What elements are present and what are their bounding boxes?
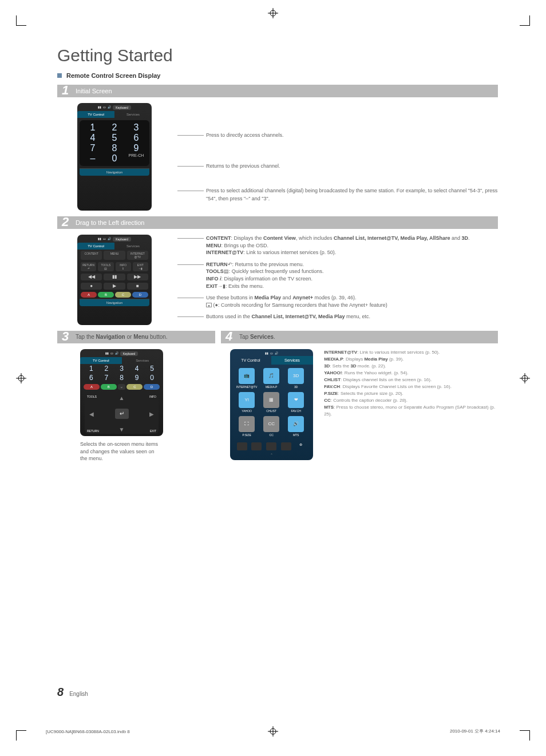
callout-prech: Returns to the previous channel. xyxy=(206,163,498,171)
content-button: CONTENT xyxy=(81,251,102,260)
digit-4: 4 xyxy=(84,133,101,143)
step2-title: Drag to the Left direction xyxy=(73,219,144,226)
bottom-icon xyxy=(251,442,262,450)
digit-1: 1 xyxy=(84,122,101,133)
digit-4: 4 xyxy=(131,365,143,373)
remote-services-screen: ▮▮▭🔊 TV Control Services 📺INTERNET@TV 🎵M… xyxy=(230,349,313,460)
mts-icon: 🔊 xyxy=(288,416,304,432)
color-b-button: B xyxy=(101,384,117,390)
internet-tv-button: INTERNET @TV xyxy=(127,251,148,260)
registration-mark-icon xyxy=(268,726,278,737)
internet-tv-icon: 📺 xyxy=(239,368,255,384)
color-d-button: D xyxy=(144,384,160,390)
footer-metadata-right: 2010-09-01 오후 4:24:14 xyxy=(450,728,500,734)
right-arrow-icon: ▶ xyxy=(149,410,154,417)
digit-9: 9 xyxy=(128,143,145,153)
color-a-button: A xyxy=(81,292,97,298)
registration-mark-icon xyxy=(268,8,278,18)
digit-8: 8 xyxy=(106,143,123,153)
digit-0: 0 xyxy=(106,153,123,164)
tab-services: Services xyxy=(114,243,152,250)
tab-tv-control: TV Control xyxy=(80,357,122,364)
exit-label: EXIT xyxy=(150,429,156,433)
callout-group-top: CONTENT: Displays the Content View, whic… xyxy=(206,235,498,256)
return-icon: ↶ xyxy=(228,262,232,267)
navigation-button: Navigation xyxy=(80,168,149,176)
left-arrow-icon: ◀ xyxy=(89,410,94,417)
tools-button: TOOLS▤ xyxy=(98,262,113,271)
digit-3: 3 xyxy=(116,365,127,373)
ffwd-icon: ▶▶ xyxy=(127,274,148,280)
3d-icon: 3D xyxy=(288,368,304,384)
cc-label: CC xyxy=(260,433,283,437)
step1-header: 1 Initial Screen xyxy=(57,85,498,97)
step3-caption: Selects the on-screen menu items and cha… xyxy=(80,441,160,462)
psize-icon: ⛶ xyxy=(239,416,255,432)
down-arrow-icon: ▼ xyxy=(119,426,125,433)
tab-tv-control: TV Control xyxy=(230,356,272,365)
step3-title: Tap the Navigation or Menu button. xyxy=(73,334,168,340)
return-button: RETURN↶ xyxy=(81,262,96,271)
favch-icon: ❤ xyxy=(288,392,304,408)
remote-navigation-screen: ▮▮▭🔊Keyboard TV Control Services 12345 6… xyxy=(80,349,163,436)
digit-6: 6 xyxy=(128,133,145,143)
footer-metadata-left: [UC9000-NA]BN68-03088A-02L03.indb 8 xyxy=(46,729,130,734)
bottom-icon xyxy=(237,442,247,450)
tab-services: Services xyxy=(271,356,313,365)
digit-5: 5 xyxy=(106,133,123,143)
color-d-button: D xyxy=(132,292,148,298)
pre-ch-button: PRE-CH xyxy=(128,153,145,164)
step2-number: 2 xyxy=(57,215,73,229)
color-a-button: A xyxy=(84,384,100,390)
step2-header: 2 Drag to the Left direction xyxy=(57,216,498,229)
remote-initial-screen: ▮▮▭🔊Keyboard TV Control Services 123 456… xyxy=(77,103,152,211)
digit-8: 8 xyxy=(116,374,127,382)
section-title: Remote Control Screen Display xyxy=(66,72,160,79)
cc-icon: CC xyxy=(263,416,279,432)
digit-2: 2 xyxy=(106,122,123,133)
digit-3: 3 xyxy=(128,122,145,133)
remote-dragged-screen: ▮▮▭🔊Keyboard TV Control Services CONTENT… xyxy=(77,235,152,325)
stop-icon: ■ xyxy=(127,283,148,290)
color-c-button: C xyxy=(126,384,143,390)
page-title: Getting Started xyxy=(57,46,498,65)
record-box-icon: ● xyxy=(206,303,212,307)
yahoo-icon: Y! xyxy=(239,392,255,408)
tab-tv-control: TV Control xyxy=(77,243,114,250)
bottom-icon xyxy=(281,442,291,450)
menu-button: MENU xyxy=(104,251,125,260)
callout-media: Use these buttons in Media Play and Anyn… xyxy=(206,294,498,308)
tab-services: Services xyxy=(122,357,164,364)
info-button: INFOℹ xyxy=(116,262,131,271)
enter-icon: ↵ xyxy=(115,409,129,419)
step3-number: 3 xyxy=(57,329,73,344)
rewind-icon: ◀◀ xyxy=(81,274,102,280)
digit-2: 2 xyxy=(101,365,112,373)
media-p-label: MEDIA.P xyxy=(260,385,283,389)
internet-tv-label: INTERNET@TV xyxy=(236,385,258,389)
keyboard-tab: Keyboard xyxy=(120,351,138,356)
callout-digits: Press to directly access channels. xyxy=(206,132,498,140)
record-icon: ● xyxy=(81,283,102,290)
callout-color-buttons: Buttons used in the Channel List, Intern… xyxy=(206,313,498,320)
info-label: INFO xyxy=(149,395,156,398)
square-bullet-icon xyxy=(57,73,62,78)
page-footer: 8 English xyxy=(57,686,88,699)
exit-button: EXIT→▮ xyxy=(133,262,148,271)
dpad: TOOLS INFO RETURN EXIT ▲ ▼ ◀ ▶ ↵ xyxy=(85,394,159,434)
favch-label: FAV.CH xyxy=(285,409,307,413)
digit-5: 5 xyxy=(147,365,158,373)
digit-6: 6 xyxy=(85,374,97,382)
play-icon: ▶ xyxy=(104,283,125,290)
navigation-button: Navigation xyxy=(80,299,149,306)
pause-icon: ▮▮ xyxy=(104,274,125,280)
digit-7: 7 xyxy=(84,143,101,153)
step1-number: 1 xyxy=(57,83,73,98)
services-callouts: INTERNET@TV: Link to various internet se… xyxy=(318,349,498,460)
chlist-icon: ▦ xyxy=(263,392,279,408)
mts-label: MTS xyxy=(285,433,307,437)
digit-dash: – xyxy=(84,153,101,164)
step1-title: Initial Screen xyxy=(73,88,112,94)
keyboard-tab: Keyboard xyxy=(113,105,130,110)
language-label: English xyxy=(69,691,88,697)
